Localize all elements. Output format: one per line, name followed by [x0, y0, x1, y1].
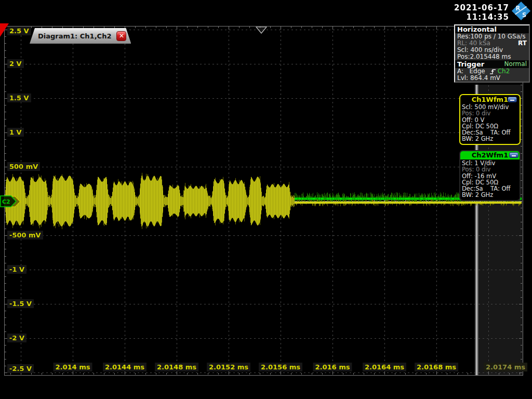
voltage-axis-label: 500 mV — [7, 162, 40, 171]
voltage-axis-label: 1 V — [7, 128, 24, 137]
trigger-position-marker[interactable] — [256, 26, 267, 34]
ch2-box-title-text: Ch2Wfm1 — [472, 151, 508, 159]
voltage-axis-label: -500 mV — [7, 231, 43, 240]
channel-markers: C2 — [0, 193, 24, 209]
rs-logo-icon: R S — [511, 1, 531, 21]
datetime-display: 2021-06-17 11:14:35 — [454, 3, 509, 22]
diagram-tab[interactable]: Diagram1: Ch1,Ch2 ✕ — [30, 28, 131, 44]
time-axis-label: 2.0168 ms — [415, 363, 458, 371]
diagram-tab-label: Diagram1: Ch1,Ch2 — [38, 32, 111, 40]
ch2-box-title: Ch2Wfm1 — [460, 151, 520, 159]
rt-badge: RT — [518, 40, 527, 47]
time-axis-label: 2.0148 ms — [155, 363, 198, 371]
time-label: 11:14:35 — [454, 12, 509, 22]
svg-text:S: S — [522, 11, 526, 19]
horizontal-pos-row: Pos:2.015448 ms — [455, 54, 529, 60]
ch1-pos-row: Pos: 0 div — [462, 110, 518, 116]
voltage-axis-label: -1 V — [7, 265, 26, 274]
time-axis-label: 2.0174 ms — [484, 363, 527, 371]
ch1-signal-box[interactable]: Ch1Wfm1 Scl: 500 mV/div Pos: 0 div Off: … — [459, 94, 521, 145]
minimize-icon[interactable] — [509, 152, 518, 158]
trigger-title: Trigger — [457, 60, 484, 68]
trigger-mode: Normal — [504, 60, 527, 68]
time-axis-label: 2.0144 ms — [103, 363, 147, 371]
ch1-box-title: Ch1Wfm1 — [462, 96, 518, 104]
minimize-icon[interactable] — [508, 97, 517, 102]
date-label: 2021-06-17 — [454, 3, 509, 12]
ch2-bw-row: BW: 2 GHz — [462, 192, 518, 198]
voltage-axis-label: 2.5 V — [7, 26, 31, 35]
voltage-axis-label: -2 V — [7, 334, 26, 342]
ch2-pos-row: Pos: 0 div — [462, 166, 518, 172]
horizontal-trigger-panel[interactable]: Horizontal Res:100 ps / 10 GSa/s RL: 40 … — [454, 24, 530, 83]
time-axis-label: 2.0152 ms — [207, 363, 250, 371]
ch2-signal-box[interactable]: Ch2Wfm1 Scl: 1 V/div Pos: 0 div Off: -16… — [459, 150, 521, 201]
ch2-box-rows: Scl: 1 V/div Pos: 0 div Off: -16 mV Cpl:… — [462, 160, 518, 198]
voltage-axis-label: -1.5 V — [7, 299, 34, 308]
oscilloscope-screen: 2021-06-17 11:14:35 R S Diagram1: Ch1,Ch… — [0, 0, 532, 399]
ch2-marker-label: C2 — [2, 198, 10, 205]
waveform-diagram-canvas[interactable] — [0, 0, 532, 399]
horizontal-header[interactable]: Horizontal — [455, 25, 529, 33]
trigger-level-row: Lvl: 864.4 mV — [455, 75, 529, 82]
close-icon[interactable]: ✕ — [116, 31, 126, 41]
voltage-axis-label: -2.5 V — [7, 364, 34, 373]
time-axis-label: 2.016 ms — [313, 363, 352, 371]
horizontal-title: Horizontal — [457, 25, 497, 33]
ch1-box-title-text: Ch1Wfm1 — [472, 96, 508, 103]
voltage-axis-label: 2 V — [7, 59, 24, 68]
trigger-header[interactable]: Trigger Normal — [455, 60, 529, 68]
voltage-axis-label: 1.5 V — [7, 94, 31, 102]
time-axis-label: 2.0164 ms — [363, 363, 406, 371]
time-axis-label: 2.014 ms — [54, 363, 92, 371]
time-axis-label: 2.0156 ms — [259, 363, 302, 371]
ch1-bw-row: BW: 2 GHz — [462, 136, 518, 142]
ch1-box-rows: Scl: 500 mV/div Pos: 0 div Off: 0 V Cpl:… — [462, 104, 518, 142]
svg-text:R: R — [516, 5, 521, 12]
